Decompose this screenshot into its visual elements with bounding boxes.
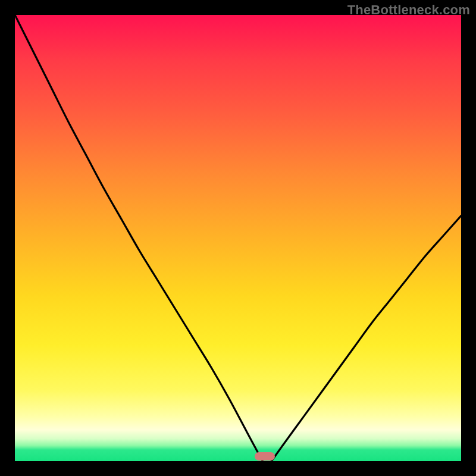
curve-right-branch [271,216,461,462]
bottleneck-curve [15,15,461,461]
floor-marker [255,452,275,461]
curve-left-branch [15,15,262,461]
plot-area [15,15,461,461]
chart-frame: TheBottleneck.com [0,0,476,476]
